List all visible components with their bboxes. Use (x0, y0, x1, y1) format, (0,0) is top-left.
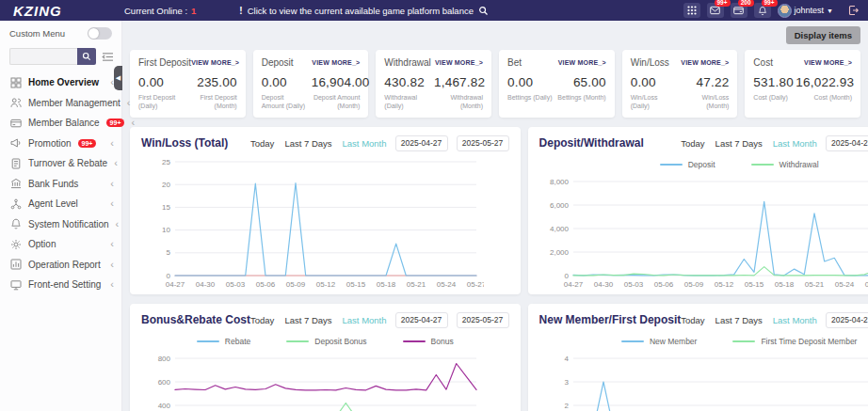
chevron-expand-icon[interactable]: ‹ (110, 138, 114, 149)
stat-card-title: Bet (507, 57, 522, 68)
sidebar-item-turnover-rebate[interactable]: Turnover & Rebate ‹ (0, 153, 121, 174)
svg-text:4,000: 4,000 (550, 224, 570, 232)
view-more-link[interactable]: VIEW MORE_> (435, 59, 483, 66)
tab-last-7-days[interactable]: Last 7 Days (284, 315, 331, 325)
custom-menu-toggle[interactable] (88, 27, 112, 40)
chevron-expand-icon[interactable]: ‹ (127, 98, 131, 108)
sidebar-item-agent-level[interactable]: Agent Level ‹ (0, 194, 121, 214)
main-toolbar: Display items (130, 26, 860, 47)
logout-button[interactable] (847, 5, 859, 16)
overview-icon (10, 77, 22, 88)
bonus-rebate-cost-chart: 020040060080004-2704-3005-0305-0605-0905… (141, 351, 484, 411)
legend-label: New Member (650, 337, 698, 346)
svg-text:04-27: 04-27 (166, 280, 185, 289)
date-from-input[interactable] (395, 135, 448, 151)
legend-item-deposit-bonus[interactable]: Deposit Bonus (286, 337, 366, 346)
chevron-expand-icon[interactable]: ‹ (110, 260, 114, 270)
stat-monthly-value: 65.00 (557, 75, 605, 89)
svg-text:4: 4 (564, 354, 569, 362)
chart-legend: RebateDeposit BonusBonus (141, 335, 509, 348)
sidebar-item-member-balance[interactable]: Member Balance 99+ ‹ (0, 113, 121, 134)
stat-daily-label: Bettings (Daily) (507, 93, 552, 102)
legend-item-deposit[interactable]: Deposit (660, 160, 715, 169)
sidebar-item-system-notification[interactable]: System Notification ‹ (0, 214, 121, 235)
stat-daily-value: 430.82 (384, 75, 430, 89)
tab-last-7-days[interactable]: Last 7 Days (715, 138, 763, 149)
bank-icon (10, 178, 22, 189)
tab-today[interactable]: Today (250, 138, 274, 149)
legend-item-bonus[interactable]: Bonus (403, 337, 454, 346)
legend-item-first-time-deposit-member[interactable]: First Time Deposit Member (732, 337, 857, 346)
tab-today[interactable]: Today (681, 138, 704, 149)
legend-line (403, 340, 426, 342)
view-more-link[interactable]: VIEW MORE_> (558, 59, 606, 66)
legend-label: Withdrawal (780, 160, 819, 169)
chevron-expand-icon[interactable]: ‹ (110, 179, 114, 189)
tab-today[interactable]: Today (250, 315, 274, 325)
stat-card-first-deposit: First Deposit VIEW MORE_> 0.00 First Dep… (130, 50, 246, 118)
app-root: KZING Current Online : 1 ! Click to view… (0, 0, 868, 411)
chevron-expand-icon[interactable]: ‹ (116, 219, 120, 229)
date-from-input[interactable] (826, 312, 868, 328)
sidebar-item-option[interactable]: Option ‹ (0, 234, 121, 255)
sidebar-item-front-end-setting[interactable]: Front-end Setting ‹ (0, 275, 121, 295)
chevron-expand-icon[interactable]: ‹ (114, 158, 118, 168)
legend-item-withdrawal[interactable]: Withdrawal (751, 160, 819, 169)
toggle-knob (88, 28, 99, 39)
search-icon[interactable] (478, 6, 489, 16)
chevron-expand-icon[interactable]: ‹ (131, 118, 135, 128)
tab-last-month[interactable]: Last Month (773, 315, 817, 325)
svg-text:2: 2 (564, 401, 569, 409)
wallet-requests-button[interactable]: 200 (731, 3, 747, 18)
sidebar-item-member-management[interactable]: Member Management ‹ (0, 93, 121, 114)
view-more-link[interactable]: VIEW MORE_> (312, 59, 360, 66)
sidebar-item-label: Agent Level (28, 198, 78, 209)
custom-menu-row: Custom Menu (0, 21, 121, 44)
user-menu[interactable]: johntest ▼ (778, 4, 833, 18)
apps-grid-button[interactable] (683, 3, 700, 18)
menu-fold-icon[interactable] (102, 52, 114, 62)
gear-icon (10, 239, 22, 250)
sidebar-item-promotion[interactable]: Promotion 99+ ‹ (0, 134, 121, 154)
legend-item-new-member[interactable]: New Member (621, 337, 698, 346)
stat-monthly-value: 235.00 (188, 75, 237, 89)
menu-search-button[interactable] (77, 48, 96, 65)
current-online-count: 1 (191, 6, 196, 16)
balance-notice-text: Click to view the current available game… (248, 6, 474, 16)
date-from-input[interactable] (826, 135, 868, 151)
svg-text:05-12: 05-12 (316, 280, 336, 289)
legend-label: Deposit Bonus (314, 337, 366, 346)
messages-button[interactable]: 99+ (707, 3, 724, 18)
sidebar-item-operation-report[interactable]: Operation Report ‹ (0, 255, 121, 276)
sidebar-collapse-handle[interactable]: ◀ (114, 66, 122, 90)
menu-search-input[interactable] (9, 48, 77, 65)
tab-last-7-days[interactable]: Last 7 Days (284, 138, 331, 149)
tab-today[interactable]: Today (681, 315, 704, 325)
sidebar-item-bank-funds[interactable]: Bank Funds ‹ (0, 174, 121, 195)
date-to-input[interactable] (457, 135, 509, 151)
display-items-button[interactable]: Display items (786, 26, 860, 44)
monitor-icon (10, 279, 22, 291)
view-more-link[interactable]: VIEW MORE_> (681, 59, 729, 66)
tab-last-month[interactable]: Last Month (343, 138, 387, 149)
date-to-input[interactable] (457, 312, 509, 328)
chevron-expand-icon[interactable]: ‹ (110, 198, 114, 209)
date-from-input[interactable] (395, 312, 448, 328)
stat-monthly-label: Deposit Amount (Month) (312, 93, 361, 111)
stat-monthly-label: Win/Loss (Month) (680, 93, 729, 111)
view-more-link[interactable]: VIEW MORE_> (804, 59, 852, 66)
chevron-expand-icon[interactable]: ‹ (110, 239, 114, 249)
stat-daily-label: Cost (Daily) (753, 93, 792, 102)
chevron-expand-icon[interactable]: ‹ (110, 279, 114, 290)
notifications-button[interactable]: 99+ (754, 3, 771, 18)
sidebar-item-home-overview[interactable]: Home Overview ‹ (0, 72, 121, 93)
chart-legend: DepositWithdrawal (539, 158, 868, 171)
tab-last-month[interactable]: Last Month (343, 315, 387, 325)
user-name: johntest (795, 6, 825, 15)
view-more-link[interactable]: VIEW MORE_> (191, 59, 239, 66)
tab-last-month[interactable]: Last Month (773, 138, 817, 149)
legend-item-rebate[interactable]: Rebate (197, 337, 250, 346)
stat-monthly-label: Cost (Month) (796, 93, 852, 102)
platform-balance-notice[interactable]: ! Click to view the current available ga… (239, 6, 489, 16)
tab-last-7-days[interactable]: Last 7 Days (715, 315, 763, 325)
